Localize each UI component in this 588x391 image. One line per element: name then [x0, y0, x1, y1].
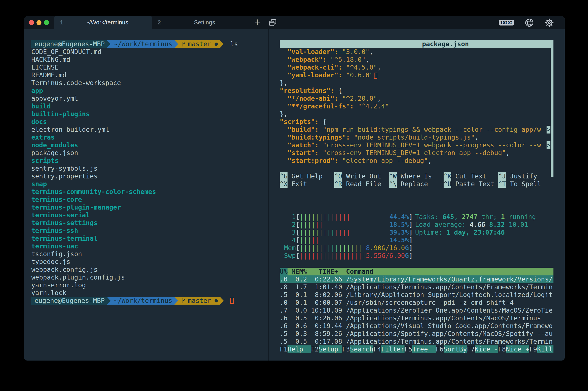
duplicate-tab-button[interactable]: [265, 16, 281, 29]
process-table: U% MEM% TIME+ Command .0 0.2 0:22.66 /Sy…: [280, 268, 553, 345]
table-header-rest: MEM% TIME+ Command: [288, 268, 373, 275]
shortcut-key: ^G: [280, 172, 288, 180]
nano-shortcut: ^X Exit: [280, 180, 334, 188]
settings-gear-icon[interactable]: [544, 18, 554, 28]
htop-fkey-F9[interactable]: F9Kill: [529, 345, 553, 353]
new-tab-button[interactable]: +: [250, 16, 265, 29]
globe-icon[interactable]: [524, 18, 534, 27]
file-entry: Terminus.code-workspace: [31, 79, 268, 87]
nano-editor: GNU nano 4.5 package.json "val-loader": …: [280, 40, 553, 188]
prompt-git-segment: master: [178, 40, 220, 48]
process-row[interactable]: .5 0.1 8:02.06 /Library/Application Supp…: [280, 291, 553, 299]
nano-shortcut: ^G Get Help: [280, 172, 334, 180]
prompt-user-host: eugene@Eugenes-MBP: [31, 297, 107, 304]
file-entry: electron-builder.yml: [31, 126, 268, 133]
nano-cursor: [374, 73, 377, 79]
serial-port-icon[interactable]: IOIOI: [499, 20, 514, 25]
process-table-header[interactable]: U% MEM% TIME+ Command: [280, 268, 553, 276]
powerline-arrow: [107, 297, 111, 304]
meter-2: 2[||||||18.5%]: [284, 221, 413, 229]
htop-fkey-F7[interactable]: F7Nice -: [467, 345, 498, 353]
shortcut-key: ^J: [498, 172, 506, 180]
meter-label: Mem: [284, 244, 296, 252]
htop-fkey-F3[interactable]: F3Search: [342, 345, 373, 353]
process-row[interactable]: .6 0.5 0:26.06 /Applications/Terminus.ap…: [280, 314, 553, 322]
terminal-pane-right[interactable]: GNU nano 4.5 package.json "val-loader": …: [269, 29, 565, 361]
meter-bars: |||||||||||||||||: [300, 252, 366, 259]
git-branch-icon: [181, 41, 186, 47]
htop-fkey-F5[interactable]: F5Tree: [405, 345, 436, 353]
dir-entry: extras: [31, 133, 268, 141]
meter-bracket: ]: [409, 213, 413, 221]
minimize-window-button[interactable]: [36, 20, 41, 25]
meter-field: |||||||||||||||||5.55G/6.00G: [300, 252, 409, 260]
file-entry: package.json: [31, 149, 268, 157]
fkey-number: F9: [529, 345, 537, 353]
htop-fkey-F6[interactable]: F6SortBy: [436, 345, 467, 353]
file-entry: CODE_OF_CONDUCT.md: [31, 48, 268, 56]
nano-line: "start:prod": "electron app --debug",: [280, 157, 553, 165]
dir-entry: terminus-ssh: [31, 227, 268, 235]
process-row[interactable]: .7 0.0 10:18.09 /Applications/ZeroTier O…: [280, 306, 553, 314]
shell-prompt-bottom: eugene@Eugenes-MBP~/Work/terminusmaster: [31, 297, 268, 304]
meter-bars: |||||||||||||||||: [300, 244, 366, 252]
htop-fkey-F8[interactable]: F8Nice +: [498, 345, 529, 353]
tab-title: Settings: [165, 19, 244, 26]
meter-value: 14.5%: [389, 236, 409, 244]
tab-number: 2: [157, 19, 161, 26]
fkey-number: F7: [467, 345, 475, 353]
sort-column-header[interactable]: U%: [280, 268, 288, 276]
tab-work-terminus[interactable]: 1 ~/Work/terminus: [54, 16, 152, 29]
nano-blank-line: [280, 165, 553, 172]
meter-value: 5.55G/6.00G: [366, 252, 409, 260]
process-row[interactable]: .5 0.5 0:17.08 /Applications/Terminus.ap…: [280, 338, 553, 345]
process-row[interactable]: .0 0.2 0:22.66 /System/Library/Framework…: [280, 276, 553, 283]
meter-label: 2: [284, 221, 296, 229]
shortcut-key: ^X: [280, 180, 288, 188]
ls-output: CODE_OF_CONDUCT.mdHACKING.mdLICENSEREADM…: [31, 48, 268, 297]
htop-fkey-F4[interactable]: F4Filter: [373, 345, 405, 353]
file-entry: yarn.lock: [31, 289, 268, 297]
fkey-label: Nice +: [506, 345, 529, 353]
dir-entry: terminus-plugin-manager: [31, 203, 268, 211]
fkey-number: F5: [405, 345, 412, 353]
nano-line: "val-loader": "3.0.0",: [280, 48, 553, 56]
nano-scrollbar[interactable]: [551, 48, 553, 177]
shortcut-key: ^R: [334, 180, 342, 188]
stat-line: Load average: 4.66 8.32 10.01: [415, 221, 536, 229]
fkey-number: F1: [280, 345, 288, 353]
meter-bracket: ]: [409, 221, 413, 229]
shortcut-key: ^W: [389, 172, 397, 180]
powerline-arrow: [174, 297, 178, 304]
nano-shortcut: ^K Cut Text: [443, 172, 498, 180]
meter-label: 1: [284, 213, 296, 221]
htop-fkey-F1[interactable]: F1Help: [280, 345, 311, 353]
file-entry: sentry.properties: [31, 172, 268, 180]
shortcut-key: ^K: [443, 172, 451, 180]
prompt-cwd: ~/Work/terminus: [111, 40, 174, 48]
process-row[interactable]: .0 0.1 0:00.07 /usr/sbin/screencapture -…: [280, 299, 553, 306]
fkey-number: F8: [498, 345, 506, 353]
shortcut-key: ^U: [443, 180, 451, 188]
process-row[interactable]: .6 0.6 0:19.44 /Applications/Visual Stud…: [280, 322, 553, 330]
terminal-pane-left[interactable]: eugene@Eugenes-MBP~/Work/terminusmasterl…: [24, 29, 268, 361]
process-row[interactable]: .5 0.3 8:59.26 /Applications/Spotify.app…: [280, 330, 553, 338]
shortcut-label: Where Is: [397, 172, 432, 180]
htop-fkey-F2[interactable]: F2Setup: [311, 345, 342, 353]
zoom-window-button[interactable]: [44, 20, 49, 25]
process-rows: .0 0.2 0:22.66 /System/Library/Framework…: [280, 276, 553, 345]
nano-line: "webpack-cli": "^4.5.0",: [280, 64, 553, 71]
meter-bracket: [: [296, 213, 300, 221]
shortcut-label: Get Help: [288, 172, 323, 180]
meter-bracket: [: [296, 244, 300, 252]
nano-buffer: "val-loader": "3.0.0", "webpack": "^5.18…: [280, 48, 553, 165]
stat-line: Tasks: 645, 2747 thr; 1 running: [415, 213, 536, 221]
meter-bracket: ]: [409, 236, 413, 244]
line-overflow-marker: >: [547, 126, 550, 133]
tab-settings[interactable]: 2 Settings: [152, 16, 250, 29]
close-window-button[interactable]: [29, 20, 34, 25]
tab-title: ~/Work/terminus: [68, 19, 146, 26]
fkey-number: F3: [342, 345, 350, 353]
terminus-window: 1 ~/Work/terminus 2 Settings + IOIOI: [24, 16, 565, 361]
process-row[interactable]: .8 1.7 1:01.40 /Applications/Terminus.ap…: [280, 283, 553, 291]
